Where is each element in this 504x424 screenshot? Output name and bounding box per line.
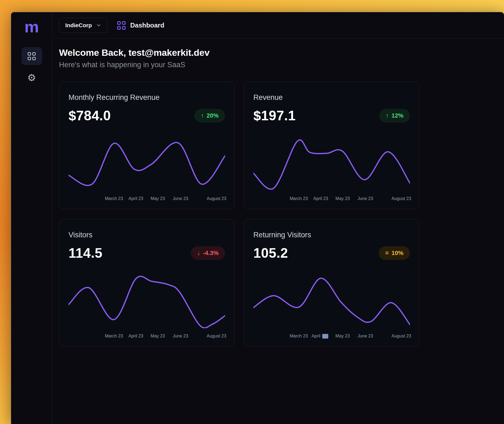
trend-up-icon: ↑ [386,112,389,119]
workspace-selector-label: IndieCorp [65,22,92,29]
trend-flat-icon: = [385,250,389,257]
value-row: 105.2 = 10% [253,245,410,261]
x-axis-tick-label: May 23 [151,334,165,339]
value-row: $197.1 ↑ 12% [253,108,410,124]
sidebar-item-settings[interactable]: ⚙ [21,69,42,87]
welcome-subheading: Here's what is happening in your SaaS [59,61,497,69]
x-axis-tick-label: August 23 [391,334,411,339]
x-axis: March 23April 23May 23June 23August 23 [253,195,410,203]
x-axis-tick-label: May 23 [151,196,165,201]
x-axis-tick-label: March 23 [105,196,123,201]
trend-value: -4.3% [203,250,219,257]
chart-area: March 23AprilMay 23June 23August 23 [253,275,410,341]
x-axis: March 23AprilMay 23June 23August 23 [253,333,410,341]
x-axis-tick-label: March 23 [290,334,308,339]
line-chart [253,275,410,328]
workspace-selector-button[interactable]: IndieCorp [59,18,107,33]
content-area: Welcome Back, test@makerkit.dev Here's w… [52,39,504,346]
sidebar-item-dashboard[interactable] [21,47,42,65]
line-chart [253,138,410,191]
card-title: Revenue [253,93,410,102]
x-axis-tick-label: April [312,334,328,339]
selection-artifact [322,334,328,339]
x-axis-tick-label: June 23 [173,196,188,201]
x-axis-tick-label: August 23 [207,196,226,201]
trend-up-icon: ↑ [201,112,204,119]
brand-logo: m [24,19,39,35]
x-axis-tick-label: April 23 [313,196,328,201]
chart-area: March 23April 23May 23June 23August 23 [69,275,225,341]
chart-area: March 23April 23May 23June 23August 23 [253,138,410,203]
x-axis-tick-label: June 23 [357,196,373,201]
card-returning-visitors: Returning Visitors 105.2 = 10% March 23A… [244,219,419,346]
dashboard-grid-icon [117,21,126,30]
x-axis-tick-label: August 23 [207,334,226,339]
line-chart [69,275,225,328]
chevron-down-icon [96,23,101,28]
metric-value: $784.0 [69,108,111,124]
x-axis-tick-label: March 23 [105,334,123,339]
settings-gear-icon: ⚙ [27,73,36,83]
metric-value: 105.2 [253,245,288,261]
chart-area: March 23April 23May 23June 23August 23 [69,138,225,203]
dashboard-grid-icon [28,52,36,60]
value-row: $784.0 ↑ 20% [69,108,225,124]
trend-value: 12% [391,112,403,119]
trend-value: 10% [391,250,403,257]
x-axis-tick-label: June 23 [357,334,373,339]
breadcrumb[interactable]: Dashboard [117,21,164,30]
x-axis-tick-label: March 23 [290,196,308,201]
trend-value: 20% [207,112,219,119]
trend-badge: ↓ -4.3% [191,246,225,260]
card-title: Monthly Recurring Revenue [69,93,225,102]
card-title: Returning Visitors [253,231,410,239]
value-row: 114.5 ↓ -4.3% [69,245,225,261]
line-chart [69,138,225,191]
x-axis-tick-label: June 23 [173,334,188,339]
x-axis-tick-label: May 23 [335,334,350,339]
x-axis-tick-label: April 23 [129,334,143,339]
x-axis-tick-label: May 23 [335,196,350,201]
trend-down-icon: ↓ [197,250,200,257]
desktop: { "brand": { "letter": "m", "accent": "#… [0,0,504,424]
trend-badge: ↑ 12% [379,109,410,122]
x-axis: March 23April 23May 23June 23August 23 [69,195,225,203]
card-mrr: Monthly Recurring Revenue $784.0 ↑ 20% M… [59,82,235,209]
x-axis-tick-label: August 23 [391,196,411,201]
stats-grid: Monthly Recurring Revenue $784.0 ↑ 20% M… [59,82,497,346]
x-axis: March 23April 23May 23June 23August 23 [69,333,225,341]
app-window: m ⚙ IndieCorp Dashboard Welcome Back, te… [11,12,504,424]
main-column: IndieCorp Dashboard Welcome Back, test@m… [52,12,504,424]
trend-badge: ↑ 20% [194,109,225,122]
card-visitors: Visitors 114.5 ↓ -4.3% March 23April 23M… [59,219,235,346]
card-title: Visitors [69,231,225,239]
trend-badge: = 10% [379,246,410,260]
page-title: Dashboard [130,21,164,29]
topbar: IndieCorp Dashboard [52,12,504,39]
card-revenue: Revenue $197.1 ↑ 12% March 23April 23May… [244,82,419,209]
x-axis-tick-label: April 23 [129,196,143,201]
metric-value: 114.5 [69,245,102,261]
welcome-heading: Welcome Back, test@makerkit.dev [59,47,497,58]
sidebar: m ⚙ [11,12,52,424]
metric-value: $197.1 [253,108,296,124]
